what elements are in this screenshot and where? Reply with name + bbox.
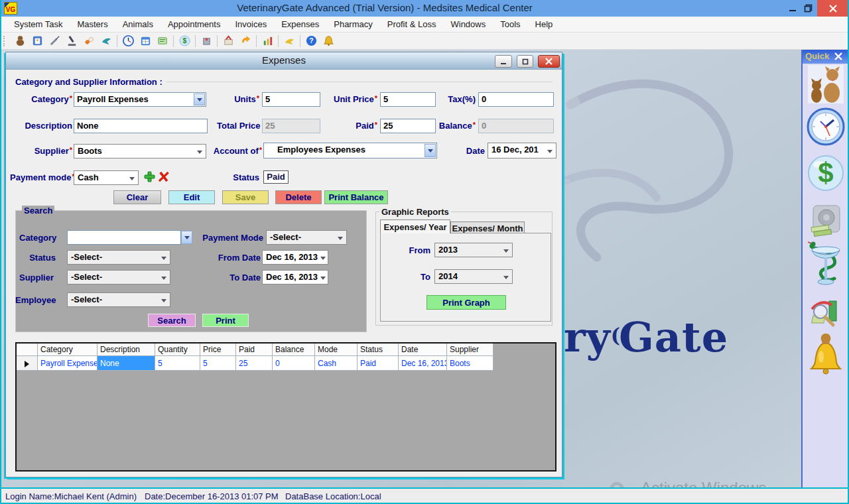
search-print-button[interactable]: Print — [202, 314, 249, 327]
grid-header-balance[interactable]: Balance — [273, 344, 315, 356]
menu-pharmacy[interactable]: Pharmacy — [326, 19, 380, 29]
grid-header-quantity[interactable]: Quantity — [155, 344, 200, 356]
messenger-bird-icon[interactable] — [281, 34, 298, 48]
edit-button[interactable]: Edit — [168, 190, 215, 204]
print-graph-button[interactable]: Print Graph — [426, 295, 506, 310]
delete-payment-mode-icon[interactable] — [159, 171, 170, 185]
payment-mode-select[interactable]: Cash — [74, 170, 139, 185]
toolbar: $ ? — [0, 32, 849, 50]
help-icon[interactable]: ? — [302, 34, 320, 48]
grid-cell-supplier[interactable]: Boots — [447, 356, 493, 371]
grid-header-category[interactable]: Category — [38, 344, 98, 356]
clear-button[interactable]: Clear — [113, 190, 161, 204]
grid-cell-quantity[interactable]: 5 — [155, 356, 200, 371]
grid-cell-category[interactable]: Payroll Expenses — [38, 356, 98, 371]
grid-header-paid[interactable]: Paid — [236, 344, 273, 356]
injection-icon[interactable] — [46, 34, 63, 48]
menu-invoices[interactable]: Invoices — [228, 19, 274, 29]
grid-header-supplier[interactable]: Supplier — [447, 344, 493, 356]
dropdown-button[interactable] — [194, 94, 205, 105]
microscope-icon[interactable] — [63, 34, 80, 48]
calendar-icon[interactable] — [137, 34, 154, 48]
grid-cell-description-selected[interactable]: None — [98, 356, 155, 371]
pharmacy-bowl-icon[interactable] — [808, 240, 844, 292]
invoice-icon[interactable] — [154, 34, 171, 48]
close-button[interactable] — [817, 0, 849, 17]
grid-header-price[interactable]: Price — [200, 344, 236, 356]
search-payment-mode-select[interactable]: -Select- — [266, 230, 347, 245]
search-employee-select[interactable]: -Select- — [67, 292, 170, 307]
grid-cell-status[interactable]: Paid — [358, 356, 399, 371]
grid-row[interactable]: Payroll Expenses None 5 5 25 0 Cash Paid… — [17, 356, 555, 371]
bell-icon[interactable] — [809, 333, 843, 379]
row-marker — [17, 356, 38, 371]
bird-icon[interactable] — [98, 34, 115, 48]
capsule-icon[interactable] — [80, 34, 98, 48]
dialog-close-button[interactable] — [538, 55, 560, 68]
dialog-minimize-button[interactable] — [495, 55, 512, 68]
tax-input[interactable]: 0 — [478, 92, 554, 107]
grid-header-status[interactable]: Status — [358, 344, 399, 356]
tab-expenses-month[interactable]: Expenses/ Month — [450, 221, 525, 233]
grid-cell-price[interactable]: 5 — [200, 356, 236, 371]
cash-box-icon[interactable] — [809, 204, 842, 241]
dog-icon[interactable] — [11, 34, 29, 48]
purchase-icon[interactable] — [220, 34, 237, 48]
unit-price-input[interactable]: 5 — [380, 92, 436, 107]
grid-header-description[interactable]: Description — [98, 344, 155, 356]
menu-help[interactable]: Help — [528, 19, 560, 29]
chart-icon[interactable] — [259, 34, 276, 48]
restore-button[interactable] — [799, 0, 816, 17]
dropdown-button[interactable] — [424, 144, 436, 157]
grid-cell-date[interactable]: Dec 16, 2013 — [399, 356, 447, 371]
delete-button[interactable]: Delete — [275, 190, 322, 204]
grid-header-date[interactable]: Date — [399, 344, 447, 356]
menu-masters[interactable]: Masters — [70, 19, 115, 29]
print-balance-button[interactable]: Print Balance — [324, 190, 388, 204]
menu-appointments[interactable]: Appointments — [161, 19, 228, 29]
search-category-input[interactable] — [67, 230, 181, 245]
search-category-dropdown-button[interactable] — [181, 231, 192, 244]
menu-windows[interactable]: Windows — [443, 19, 493, 29]
patient-file-icon[interactable] — [29, 34, 46, 48]
pets-photo-icon[interactable] — [808, 65, 844, 106]
graph-to-select[interactable]: 2014 — [434, 269, 513, 284]
clock-icon[interactable] — [807, 107, 845, 149]
category-combobox[interactable]: Payroll Expenses — [74, 92, 206, 107]
tab-expenses-year[interactable]: Expenses/ Year — [380, 220, 450, 233]
dialog-title-bar[interactable]: Expenses — [6, 52, 562, 70]
dollar-icon[interactable]: $ — [176, 34, 193, 48]
bell-icon[interactable] — [320, 34, 337, 48]
account-of-combobox[interactable]: Employees Expenses — [263, 143, 437, 158]
menu-tools[interactable]: Tools — [493, 19, 527, 29]
units-input[interactable]: 5 — [262, 92, 320, 107]
description-input[interactable]: None — [74, 119, 208, 133]
reports-search-icon[interactable] — [809, 297, 842, 330]
search-from-date-picker[interactable]: Dec 16, 2013 — [262, 250, 328, 265]
menu-system-task[interactable]: System Task — [7, 19, 70, 29]
paid-input[interactable]: 25 — [380, 119, 436, 133]
grid-header-mode[interactable]: Mode — [315, 344, 358, 356]
menu-profit-loss[interactable]: Profit & Loss — [380, 19, 444, 29]
grid-cell-mode[interactable]: Cash — [315, 356, 358, 371]
dialog-maximize-button[interactable] — [517, 55, 533, 68]
grid-cell-paid[interactable]: 25 — [236, 356, 273, 371]
add-payment-mode-icon[interactable] — [144, 171, 155, 185]
inventory-icon[interactable] — [198, 34, 215, 48]
undo-arrow-icon[interactable] — [237, 34, 254, 48]
grid-cell-balance[interactable]: 0 — [273, 356, 315, 371]
quick-close-button[interactable] — [832, 51, 845, 62]
money-dollar-icon[interactable]: $ — [807, 154, 845, 195]
clock-icon[interactable] — [119, 34, 137, 48]
menu-expenses[interactable]: Expenses — [274, 19, 326, 29]
search-to-date-picker[interactable]: Dec 16, 2013 — [262, 270, 328, 284]
date-picker[interactable]: 16 Dec, 201 — [488, 143, 556, 158]
search-status-select[interactable]: -Select- — [67, 250, 170, 265]
minimize-button[interactable] — [785, 0, 801, 17]
menu-animals[interactable]: Animals — [115, 19, 161, 29]
graph-from-select[interactable]: 2013 — [434, 243, 513, 257]
search-supplier-select[interactable]: -Select- — [67, 270, 170, 284]
supplier-select[interactable]: Boots — [74, 144, 206, 158]
search-button[interactable]: Search — [148, 314, 196, 327]
save-button[interactable]: Save — [222, 190, 269, 204]
